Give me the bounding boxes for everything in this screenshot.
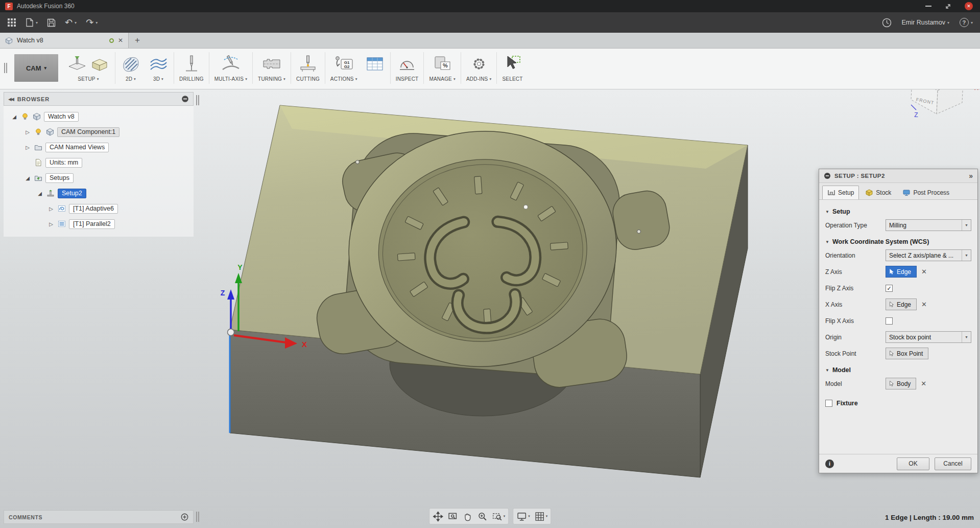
collapsed-caret-icon[interactable]: ▷: [24, 129, 31, 135]
titlebar: F Autodesk Fusion 360 ✕: [0, 0, 980, 12]
restore-icon[interactable]: [945, 3, 951, 10]
display-settings-button[interactable]: ▾: [516, 510, 530, 523]
tree-item-root[interactable]: ◢ Watch v8: [11, 109, 194, 124]
tree-item-label[interactable]: CAM Component:1: [57, 127, 119, 137]
collapsed-caret-icon[interactable]: ▷: [24, 145, 31, 150]
chevron-down-icon[interactable]: ▾: [75, 20, 77, 25]
dropdown-caret-icon[interactable]: ▾: [504, 514, 506, 518]
model-selection-button[interactable]: Body: [886, 378, 916, 389]
new-tab-button[interactable]: +: [129, 33, 146, 48]
redo-button[interactable]: ↷ ▾: [86, 18, 98, 27]
section-wcs-header[interactable]: ▼ Work Coordinate System (WCS): [825, 235, 972, 248]
job-status-clock-icon[interactable]: [882, 18, 892, 28]
tree-item-setup2[interactable]: ◢ Setup2: [36, 186, 194, 201]
orientation-select[interactable]: Select Z axis/plane & ... ▼: [886, 249, 971, 261]
tab-close-icon[interactable]: ✕: [118, 37, 123, 44]
add-comment-icon[interactable]: [181, 513, 188, 521]
ribbon-select[interactable]: SELECT: [498, 49, 526, 82]
flip-x-checkbox[interactable]: [886, 317, 893, 325]
clear-model-icon[interactable]: ✕: [921, 380, 926, 387]
stock-point-selection-button[interactable]: Box Point: [886, 348, 928, 359]
section-model-header[interactable]: ▼ Model: [825, 363, 972, 377]
undo-button[interactable]: ↶ ▾: [65, 18, 77, 27]
pan-arrows-button[interactable]: [433, 510, 443, 523]
fit-view-button[interactable]: ▾: [492, 510, 506, 523]
tree-item-label[interactable]: [T1] Adaptive6: [69, 204, 118, 214]
expanded-caret-icon[interactable]: ◢: [11, 114, 18, 120]
cancel-button[interactable]: Cancel: [935, 457, 971, 470]
tab-setup[interactable]: Setup: [822, 186, 859, 199]
expand-dialog-icon[interactable]: »: [969, 172, 973, 180]
fixture-checkbox[interactable]: [825, 400, 832, 407]
watch-model[interactable]: [230, 105, 748, 477]
collapse-dialog-icon[interactable]: [824, 172, 831, 179]
user-menu[interactable]: Emir Rustamov ▾: [902, 19, 949, 26]
help-menu[interactable]: ? ▾: [960, 18, 973, 27]
section-setup-header[interactable]: ▼ Setup: [825, 205, 972, 218]
ribbon-cutting[interactable]: CUTTING: [293, 49, 323, 82]
toolbar-drag-grip[interactable]: [4, 63, 7, 73]
clear-x-axis-icon[interactable]: ✕: [921, 301, 927, 308]
ribbon-add-ins[interactable]: ADD-INS▾: [463, 49, 495, 82]
tree-item-setups[interactable]: ◢ Setups: [24, 170, 194, 186]
tab-stock[interactable]: Stock: [860, 186, 896, 199]
tab-post-process[interactable]: Post Process: [897, 186, 954, 199]
collapsed-caret-icon[interactable]: ▷: [47, 221, 55, 227]
grid-settings-button[interactable]: ▾: [534, 510, 548, 523]
document-tab[interactable]: Watch v8 ✕: [0, 33, 129, 48]
app-grid-icon[interactable]: [7, 18, 16, 27]
tree-item-adaptive[interactable]: ▷ [T1] Adaptive6: [47, 201, 194, 216]
workspace-switcher[interactable]: CAM ▾: [14, 54, 58, 82]
z-axis-selection-button[interactable]: Edge: [886, 266, 917, 278]
tree-item-label-selected[interactable]: Setup2: [58, 189, 86, 198]
origin-select[interactable]: Stock box point ▼: [886, 331, 971, 343]
ok-button[interactable]: OK: [897, 457, 929, 470]
ribbon-setup-sheet[interactable]: [361, 49, 389, 82]
clear-z-axis-icon[interactable]: ✕: [921, 268, 927, 276]
minimize-icon[interactable]: [925, 6, 931, 7]
comments-bar[interactable]: COMMENTS: [4, 510, 194, 524]
chevron-down-icon[interactable]: ▾: [95, 20, 98, 25]
tree-item-label[interactable]: Watch v8: [44, 112, 79, 122]
ribbon-actions[interactable]: G1 G2 ACTIONS▾: [327, 49, 361, 82]
expanded-caret-icon[interactable]: ◢: [24, 175, 31, 181]
ribbon-multi-axis[interactable]: MULTI-AXIS▾: [211, 49, 251, 82]
tree-item-units[interactable]: Units: mm: [24, 155, 194, 170]
save-icon[interactable]: [47, 18, 56, 27]
flip-z-checkbox[interactable]: ✓: [886, 285, 893, 292]
ribbon-setup[interactable]: SETUP▾: [63, 49, 113, 82]
tree-item-parallel[interactable]: ▷ [T1] Parallel2: [47, 216, 194, 232]
dropdown-caret-icon[interactable]: ▾: [546, 514, 548, 518]
tree-item-named-views[interactable]: ▷ CAM Named Views: [24, 140, 194, 155]
file-menu-button[interactable]: ▾: [26, 18, 38, 27]
look-at-button[interactable]: [447, 510, 458, 523]
ribbon-3d[interactable]: 3D▾: [145, 49, 172, 82]
close-icon[interactable]: ✕: [965, 2, 973, 10]
info-icon[interactable]: i: [825, 460, 834, 468]
panel-resize-grip[interactable]: [196, 95, 199, 105]
tree-item-label[interactable]: Setups: [45, 173, 74, 183]
wcs-origin-point[interactable]: [228, 329, 234, 336]
dropdown-caret-icon[interactable]: ▾: [528, 514, 530, 518]
tree-item-label[interactable]: [T1] Parallel2: [69, 219, 115, 229]
pan-hand-button[interactable]: [462, 510, 473, 523]
ribbon-2d[interactable]: 2D▾: [117, 49, 145, 82]
ribbon-drilling[interactable]: DRILLING: [176, 49, 207, 82]
expanded-caret-icon[interactable]: ◢: [36, 191, 43, 196]
panel-resize-grip[interactable]: [196, 512, 199, 522]
tree-item-component[interactable]: ▷ CAM Component:1: [24, 124, 194, 140]
tree-item-label[interactable]: Units: mm: [45, 158, 82, 168]
x-axis-selection-button[interactable]: Edge: [886, 299, 917, 310]
collapse-panel-icon[interactable]: ◀◀: [8, 97, 13, 102]
tree-item-label[interactable]: CAM Named Views: [45, 143, 109, 152]
ribbon-manage[interactable]: % MANAGE▾: [425, 49, 459, 82]
collapse-all-icon[interactable]: [181, 95, 189, 103]
operation-type-select[interactable]: Milling ▼: [886, 219, 971, 231]
visibility-bulb-icon[interactable]: [34, 128, 43, 136]
ribbon-inspect[interactable]: INSPECT: [392, 49, 422, 82]
zoom-button[interactable]: [477, 510, 488, 523]
collapsed-caret-icon[interactable]: ▷: [47, 206, 55, 212]
ribbon-turning[interactable]: TURNING▾: [254, 49, 289, 82]
visibility-bulb-icon[interactable]: [20, 112, 30, 121]
dialog-header[interactable]: SETUP : SETUP2 »: [819, 169, 977, 183]
